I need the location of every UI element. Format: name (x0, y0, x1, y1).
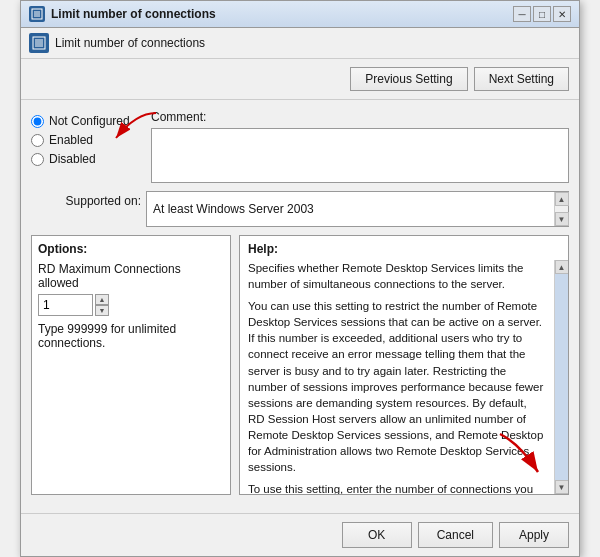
main-panels: Options: RD Maximum Connections allowed … (31, 235, 569, 495)
help-scroll-up[interactable]: ▲ (555, 260, 569, 274)
scroll-down-arrow[interactable]: ▼ (555, 212, 569, 226)
supported-section: Supported on: At least Windows Server 20… (31, 191, 569, 227)
maximize-button[interactable]: □ (533, 6, 551, 22)
help-para-2: You can use this setting to restrict the… (248, 298, 546, 475)
apply-button[interactable]: Apply (499, 522, 569, 548)
spinner-down[interactable]: ▼ (95, 305, 109, 316)
options-title: Options: (38, 242, 224, 256)
ok-button[interactable]: OK (342, 522, 412, 548)
not-configured-option[interactable]: Not Configured (31, 114, 141, 128)
window-icon (29, 6, 45, 22)
comment-label: Comment: (151, 110, 569, 124)
spinner-container: ▲ ▼ (38, 294, 224, 316)
close-button[interactable]: ✕ (553, 6, 571, 22)
main-window: Limit number of connections ─ □ ✕ Limit … (20, 0, 580, 557)
subtitle-icon (29, 33, 49, 53)
subtitle-text: Limit number of connections (55, 36, 205, 50)
enabled-radio[interactable] (31, 134, 44, 147)
comment-textarea[interactable] (151, 128, 569, 183)
top-section: Not Configured Enabled Disabled Comment: (31, 110, 569, 183)
help-para-3: To use this setting, enter the number of… (248, 481, 546, 494)
help-para-1: Specifies whether Remote Desktop Service… (248, 260, 546, 292)
disabled-radio[interactable] (31, 153, 44, 166)
comment-section: Comment: (151, 110, 569, 183)
svg-rect-1 (34, 11, 40, 17)
content-area: Not Configured Enabled Disabled Comment:… (21, 100, 579, 505)
bottom-bar: OK Cancel Apply (21, 513, 579, 556)
cancel-button[interactable]: Cancel (418, 522, 493, 548)
not-configured-label: Not Configured (49, 114, 130, 128)
radio-group: Not Configured Enabled Disabled (31, 110, 141, 183)
rd-max-label: RD Maximum Connections allowed (38, 262, 224, 290)
svg-rect-3 (35, 39, 43, 47)
supported-on-value: At least Windows Server 2003 (153, 202, 314, 216)
help-scroll-down[interactable]: ▼ (555, 480, 569, 494)
subtitle-bar: Limit number of connections (21, 28, 579, 59)
help-panel-inner: Specifies whether Remote Desktop Service… (240, 260, 568, 494)
help-content: Specifies whether Remote Desktop Service… (240, 260, 554, 494)
options-hint: Type 999999 for unlimited connections. (38, 322, 224, 350)
enabled-option[interactable]: Enabled (31, 133, 141, 147)
supported-on-label: Supported on: (31, 191, 141, 208)
next-setting-button[interactable]: Next Setting (474, 67, 569, 91)
title-buttons: ─ □ ✕ (513, 6, 571, 22)
title-bar: Limit number of connections ─ □ ✕ (21, 1, 579, 28)
help-title: Help: (240, 236, 568, 260)
title-bar-left: Limit number of connections (29, 6, 216, 22)
help-scrollbar[interactable]: ▲ ▼ (554, 260, 568, 494)
scroll-thumb[interactable] (555, 274, 569, 480)
supported-scrollbar[interactable]: ▲ ▼ (554, 192, 568, 226)
disabled-option[interactable]: Disabled (31, 152, 141, 166)
disabled-label: Disabled (49, 152, 96, 166)
enabled-label: Enabled (49, 133, 93, 147)
scroll-up-arrow[interactable]: ▲ (555, 192, 569, 206)
previous-setting-button[interactable]: Previous Setting (350, 67, 467, 91)
window-title: Limit number of connections (51, 7, 216, 21)
minimize-button[interactable]: ─ (513, 6, 531, 22)
spinner-up[interactable]: ▲ (95, 294, 109, 305)
not-configured-radio[interactable] (31, 115, 44, 128)
help-panel: Help: Specifies whether Remote Desktop S… (239, 235, 569, 495)
spinner-input[interactable] (38, 294, 93, 316)
options-panel: Options: RD Maximum Connections allowed … (31, 235, 231, 495)
toolbar: Previous Setting Next Setting (21, 59, 579, 100)
spinner-arrows: ▲ ▼ (95, 294, 109, 316)
supported-on-box: At least Windows Server 2003 ▲ ▼ (146, 191, 569, 227)
